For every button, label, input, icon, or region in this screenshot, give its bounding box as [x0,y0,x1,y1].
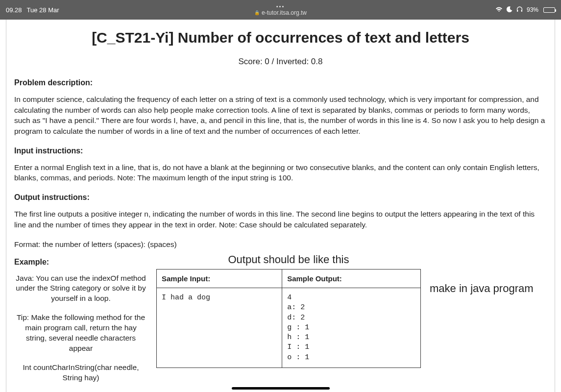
sample-table: Sample Input: Sample Output: I had a dog… [156,269,421,368]
status-right: 93% [495,6,555,14]
th-sample-output: Sample Output: [282,270,421,288]
tip-text: Tip: Make the following method for the m… [14,313,147,354]
heading-problem: Problem description: [14,78,547,87]
format-line: Format: the number of letters (spaces): … [14,240,547,249]
svg-rect-1 [521,10,522,12]
status-center: ••• 🔒 e-tutor.itsa.org.tw [254,3,307,16]
ipad-status-bar: 09.28 Tue 28 Mar ••• 🔒 e-tutor.itsa.org.… [0,0,561,20]
lock-icon: 🔒 [254,10,260,15]
browser-url[interactable]: 🔒 e-tutor.itsa.org.tw [254,9,307,16]
center-column: Output should be like this Sample Input:… [156,273,421,368]
java-hint: Java: You can use the indexOf method und… [14,273,147,304]
status-date: Tue 28 Mar [27,6,59,14]
page-title: [C_ST21-Yi] Number of occurrences of tex… [14,29,547,46]
sample-input-cell: I had a dog [157,288,282,368]
heading-input: Input instructions: [14,147,547,155]
out-line: a: 2 [287,303,415,313]
out-line: o : 1 [287,353,415,363]
status-time: 09.28 [6,6,22,14]
annotation-output-like: Output should be like this [156,253,421,267]
output-instructions: The first line outputs a positive intege… [14,209,547,230]
problem-description: In computer science, calculating the fre… [14,94,547,137]
sample-output-cell: 4 a: 2 d: 2 g : 1 h : 1 I : 1 o : 1 [282,288,421,368]
left-tips: Java: You can use the indexOf method und… [14,273,156,392]
heading-output: Output instructions: [14,193,547,202]
score-line: Score: 0 / Inverted: 0.8 [14,57,547,67]
url-text: e-tutor.itsa.org.tw [262,9,307,16]
table-row: I had a dog 4 a: 2 d: 2 g : 1 h : 1 I : … [157,288,421,368]
annotation-make-java: make in java program [421,282,547,295]
content-area: [C_ST21-Yi] Number of occurrences of tex… [10,29,551,392]
bottom-layout: Java: You can use the indexOf method und… [14,273,547,392]
table-header-row: Sample Input: Sample Output: [157,270,421,288]
svg-rect-0 [517,10,518,12]
battery-percent: 93% [527,6,538,13]
out-line: g : 1 [287,323,415,333]
battery-icon [543,7,555,13]
out-line: 4 [287,293,415,303]
th-sample-input: Sample Input: [157,270,282,288]
out-line: d: 2 [287,313,415,323]
status-left: 09.28 Tue 28 Mar [6,6,59,14]
moon-icon [507,6,512,14]
input-instructions: Enter a normal English text in a line, t… [14,162,547,183]
wifi-icon [495,6,503,14]
headphone-icon [516,6,523,14]
tab-dots-icon: ••• [254,3,307,9]
out-line: h : 1 [287,333,415,343]
home-indicator[interactable] [232,387,330,390]
method-signature: Int countCharInString(char needle, Strin… [14,363,147,383]
out-line: I : 1 [287,343,415,352]
page-frame: [C_ST21-Yi] Number of occurrences of tex… [6,20,555,392]
